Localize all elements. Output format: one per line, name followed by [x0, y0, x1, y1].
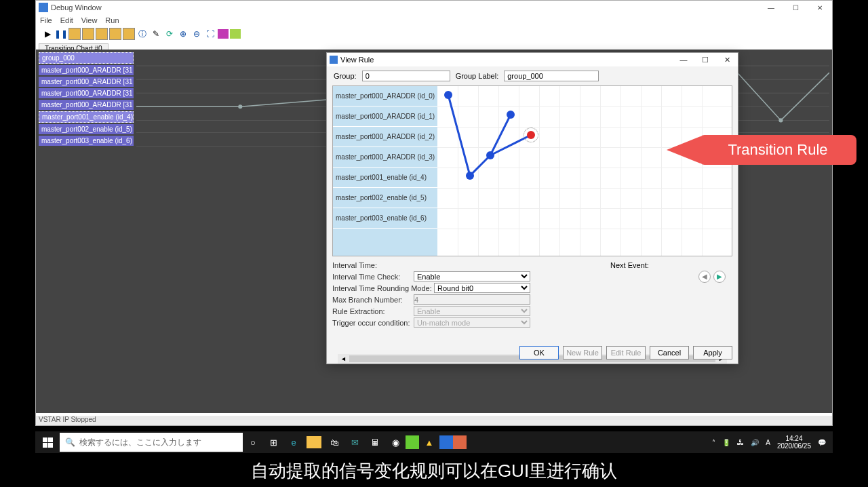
app2-icon[interactable]: ▲	[419, 433, 439, 452]
trigger-label: Trigger occur condition:	[332, 319, 414, 327]
ok-button[interactable]: OK	[519, 346, 559, 359]
maximize-button[interactable]: ☐	[783, 1, 808, 14]
pause-icon[interactable]: ❚❚	[55, 28, 67, 40]
graph-node-id1[interactable]	[507, 111, 515, 119]
debug-window: Debug Window — ☐ ✕ File Edit View Run ▶ …	[35, 0, 833, 426]
app3-icon[interactable]	[439, 435, 453, 449]
rule-graph[interactable]	[437, 86, 732, 256]
rule-item[interactable]: master_port000_ARADDR (id_3)	[333, 147, 437, 168]
zoom-fit-icon[interactable]: ⛶	[204, 28, 216, 40]
signal-item[interactable]: group_000	[39, 52, 134, 64]
rule-item[interactable]: master_port000_ARADDR (id_1)	[333, 106, 437, 127]
grid-icon[interactable]	[230, 29, 241, 39]
dialog-maximize-button[interactable]: ☐	[694, 53, 716, 66]
titlebar: Debug Window — ☐ ✕	[36, 1, 832, 14]
interval-time-label: Interval Time:	[332, 261, 414, 269]
cortana-icon[interactable]: ○	[243, 433, 263, 452]
volume-icon[interactable]: 🔊	[751, 439, 759, 446]
search-box[interactable]: 🔍 検索するには、ここに入力します	[60, 433, 243, 452]
graph-node-id2[interactable]	[527, 131, 535, 139]
app-icon	[39, 3, 48, 12]
zoom-out-icon[interactable]: ⊖	[191, 28, 203, 40]
tray-chevron-icon[interactable]: ˄	[712, 439, 715, 446]
save-icon[interactable]	[123, 28, 135, 40]
menubar: File Edit View Run	[36, 14, 832, 26]
signal-item[interactable]: master_port000_ARADDR [31	[39, 100, 134, 110]
rule-item[interactable]: master_port003_enable (id_6)	[333, 208, 437, 229]
group-label-input[interactable]	[504, 71, 599, 81]
graph-node-id0[interactable]	[444, 91, 452, 99]
rule-ext-select: Enable	[414, 306, 530, 316]
callout-text: Transition Rule	[699, 135, 856, 165]
signal-item[interactable]: master_port000_ARADDR [31	[39, 77, 134, 87]
menu-edit[interactable]: Edit	[60, 16, 73, 24]
explorer-icon[interactable]	[307, 436, 321, 448]
rule-item[interactable]: master_port000_ARADDR (id_2)	[333, 127, 437, 147]
zoom-in-icon[interactable]: ⊕	[177, 28, 189, 40]
signal-item[interactable]: master_port001_enable (id_4)	[39, 111, 134, 123]
open2-icon[interactable]	[82, 28, 94, 40]
svg-line-10	[448, 95, 470, 176]
next-node-button[interactable]: ▶	[713, 271, 726, 283]
rule-item[interactable]: master_port002_enable (id_5)	[333, 188, 437, 208]
status-text: VSTAR IP Stopped	[39, 416, 96, 423]
taskbar: 🔍 検索するには、ここに入力します ○ ⊞ e 🛍 ✉ 🖩 ◉ ▲ ˄ 🔋 🖧 …	[35, 431, 833, 453]
interval-check-select[interactable]: Enable	[414, 271, 530, 281]
clock[interactable]: 14:24 2020/06/25	[777, 435, 811, 450]
store-icon[interactable]: 🛍	[324, 433, 344, 452]
app1-icon[interactable]	[406, 435, 419, 449]
menu-run[interactable]: Run	[105, 16, 119, 24]
graph-node-id4[interactable]	[466, 172, 474, 180]
minimize-button[interactable]: —	[759, 1, 783, 14]
folder2-icon[interactable]	[109, 28, 121, 40]
refresh-icon[interactable]: ⟳	[163, 28, 176, 40]
rounding-select[interactable]: Round bit0	[434, 283, 530, 293]
signal-item[interactable]: master_port003_enable (id_6)	[39, 136, 134, 146]
folder-icon[interactable]	[96, 28, 108, 40]
dialog-minimize-button[interactable]: —	[673, 53, 694, 66]
menu-view[interactable]: View	[81, 16, 98, 24]
chrome-icon[interactable]: ◉	[385, 433, 406, 452]
chart-area[interactable]: View Rule — ☐ ✕ Group: Group Label: mast…	[136, 52, 829, 406]
taskview-icon[interactable]: ⊞	[263, 433, 283, 452]
dialog-title: View Rule	[340, 56, 374, 64]
window-title: Debug Window	[51, 3, 102, 12]
menu-file[interactable]: File	[40, 16, 52, 24]
open-icon[interactable]	[68, 28, 81, 40]
edge-icon[interactable]: e	[283, 433, 304, 452]
dialog-buttons: OK New Rule Edit Rule Cancel Apply	[519, 346, 732, 359]
signal-item[interactable]: master_port000_ARADDR [31	[39, 88, 134, 98]
new-rule-button[interactable]: New Rule	[563, 346, 602, 359]
close-button[interactable]: ✕	[808, 1, 832, 14]
svg-point-7	[238, 104, 242, 109]
start-button[interactable]	[35, 431, 60, 453]
edit-rule-button[interactable]: Edit Rule	[606, 346, 646, 359]
network-icon[interactable]: 🖧	[737, 439, 744, 446]
max-branch-input	[414, 294, 530, 305]
info-icon[interactable]: ⓘ	[136, 28, 149, 40]
battery-icon[interactable]: 🔋	[722, 439, 730, 446]
rule-item[interactable]: master_port001_enable (id_4)	[333, 168, 437, 188]
prev-node-button[interactable]: ◀	[698, 271, 711, 283]
rule-item[interactable]: master_port000_ARADDR (id_0)	[333, 86, 437, 106]
scroll-left-icon[interactable]: ◄	[340, 355, 347, 362]
view-rule-dialog: View Rule — ☐ ✕ Group: Group Label: mast…	[326, 52, 738, 364]
cancel-button[interactable]: Cancel	[650, 346, 689, 359]
max-branch-label: Max Branch Number:	[332, 296, 414, 304]
play-icon[interactable]: ▶	[41, 28, 54, 40]
app4-icon[interactable]	[453, 435, 467, 449]
mail-icon[interactable]: ✉	[344, 433, 365, 452]
ime-icon[interactable]: A	[766, 439, 770, 446]
signal-item[interactable]: master_port000_ARADDR [31	[39, 65, 134, 75]
group-input[interactable]	[362, 71, 450, 81]
next-event-label: Next Event:	[610, 261, 732, 269]
signal-item[interactable]: master_port002_enable (id_5)	[39, 124, 134, 134]
dialog-close-button[interactable]: ✕	[716, 53, 738, 66]
notifications-icon[interactable]: 💬	[818, 439, 826, 446]
graph-node-id3[interactable]	[486, 151, 494, 159]
calculator-icon[interactable]: 🖩	[365, 433, 385, 452]
wand-icon[interactable]: ✎	[150, 28, 162, 40]
wave-icon[interactable]	[218, 29, 229, 39]
dialog-body: master_port000_ARADDR (id_0)master_port0…	[332, 85, 732, 256]
apply-button[interactable]: Apply	[693, 346, 732, 359]
